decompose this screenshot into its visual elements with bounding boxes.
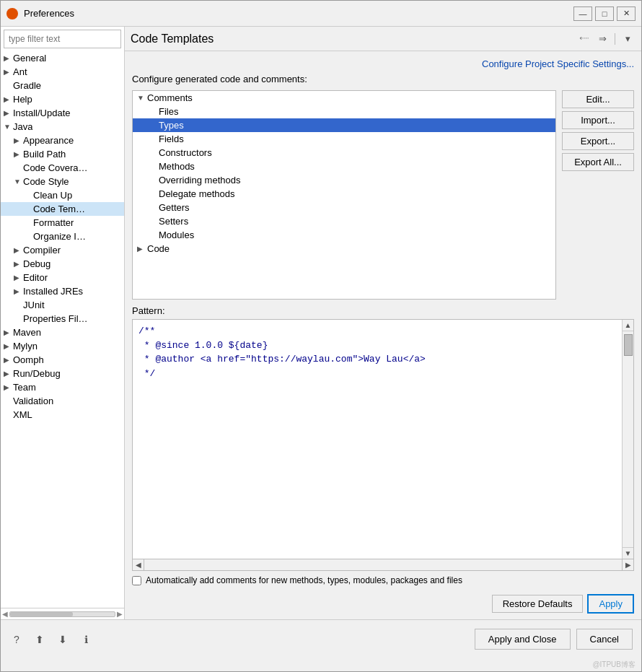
side-buttons: Edit... Import... Export... Export All..… [562,90,634,300]
export-all-button[interactable]: Export All... [562,153,634,171]
footer-actions: Apply and Close Cancel [475,629,633,650]
panel-title: Code Templates [131,32,573,45]
forward-button[interactable]: ⇒ [594,31,610,47]
sidebar-item-xml[interactable]: XML [1,408,124,422]
sidebar-item-code-style[interactable]: ▼Code Style [1,175,124,188]
sidebar-item-help[interactable]: ▶Help [1,92,124,106]
scroll-thumb[interactable] [624,334,633,356]
templates-row: ▼CommentsFilesTypesFieldsConstructorsMet… [132,90,634,300]
sidebar-item-editor[interactable]: ▶Editor [1,271,124,284]
template-item-files[interactable]: Files [133,105,555,118]
sidebar-item-installed-jres[interactable]: ▶Installed JREs [1,284,124,298]
sidebar-item-ant[interactable]: ▶Ant [1,65,124,79]
toolbar-menu-button[interactable]: ▾ [620,31,636,47]
template-item-overriding-methods[interactable]: Overriding methods [133,173,555,187]
sidebar-item-oomph[interactable]: ▶Oomph [1,353,124,367]
sidebar-item-gradle[interactable]: Gradle [1,79,124,92]
template-item-modules[interactable]: Modules [133,228,555,242]
template-item-code[interactable]: ▶Code [133,242,555,256]
templates-tree: ▼CommentsFilesTypesFieldsConstructorsMet… [132,90,556,300]
back-button[interactable]: ⬸ [576,31,592,47]
minimize-button[interactable]: — [573,6,592,21]
sidebar-item-install-update[interactable]: ▶Install/Update [1,106,124,120]
sidebar-item-mylyn[interactable]: ▶Mylyn [1,339,124,353]
panel-toolbar: Code Templates ⬸ ⇒ ▾ [125,27,641,51]
scroll-down-arrow[interactable]: ▼ [623,547,633,559]
window-controls: — □ ✕ [573,6,636,21]
panel-body: Configure Project Specific Settings... C… [125,51,641,619]
bottom-buttons: Restore Defaults Apply [132,590,634,619]
auto-comments-row: Automatically add comments for new metho… [132,571,634,590]
footer: ? ⬆ ⬇ ℹ Apply and Close Cancel [1,619,641,658]
scroll-right-arrow[interactable]: ▶ [622,559,633,570]
sidebar-item-maven[interactable]: ▶Maven [1,326,124,339]
template-item-constructors[interactable]: Constructors [133,146,555,160]
footer-icons: ? ⬆ ⬇ ℹ [9,632,93,647]
help-icon[interactable]: ? [9,632,24,647]
pattern-label: Pattern: [132,305,634,316]
sidebar-item-compiler[interactable]: ▶Compiler [1,243,124,257]
configure-project-link[interactable]: Configure Project Specific Settings... [132,58,634,69]
sidebar-tree: ▶General▶AntGradle▶Help▶Install/Update▼J… [1,51,124,608]
sidebar-scrollbar[interactable]: ◀ ▶ [1,608,124,619]
watermark: @ITPUB博客 [592,658,641,671]
sidebar-item-build-path[interactable]: ▶Build Path [1,147,124,161]
sidebar-item-code-templates[interactable]: Code Tem… [1,202,124,216]
template-item-getters[interactable]: Getters [133,201,555,214]
auto-comments-checkbox[interactable] [132,576,141,585]
sidebar-item-general[interactable]: ▶General [1,51,124,65]
sidebar: ▶General▶AntGradle▶Help▶Install/Update▼J… [1,27,125,619]
template-item-setters[interactable]: Setters [133,214,555,228]
sidebar-item-team[interactable]: ▶Team [1,380,124,394]
export-button[interactable]: Export... [562,132,634,150]
template-item-fields[interactable]: Fields [133,132,555,146]
right-panel: Code Templates ⬸ ⇒ ▾ Configure Project S… [125,27,641,619]
filter-input[interactable] [4,30,121,48]
template-item-delegate-methods[interactable]: Delegate methods [133,187,555,201]
sidebar-item-formatter[interactable]: Formatter [1,216,124,230]
horiz-scroll-track[interactable] [144,559,622,570]
edit-button[interactable]: Edit... [562,90,634,108]
template-item-comments[interactable]: ▼Comments [133,91,555,105]
sidebar-item-validation[interactable]: Validation [1,394,124,408]
close-button[interactable]: ✕ [617,6,636,21]
auto-comments-label[interactable]: Automatically add comments for new metho… [146,575,462,585]
app-icon [6,8,18,19]
title-bar: Preferences — □ ✕ [1,1,641,27]
toolbar-separator [615,33,615,45]
pattern-text: /** * @since 1.0.0 ${date} * @author <a … [133,320,622,559]
maximize-button[interactable]: □ [595,6,614,21]
preferences-window: Preferences — □ ✕ ▶General▶AntGradle▶Hel… [0,0,642,672]
main-content: ▶General▶AntGradle▶Help▶Install/Update▼J… [1,27,641,619]
export-prefs-icon[interactable]: ⬆ [32,632,47,647]
pattern-scrollbar[interactable]: ▲ ▼ [622,320,633,559]
sidebar-item-appearance[interactable]: ▶Appearance [1,134,124,147]
horizontal-scrollbar[interactable]: ◀ ▶ [132,559,634,571]
sidebar-item-properties-file[interactable]: Properties Fil… [1,312,124,326]
sidebar-item-code-coverage[interactable]: Code Covera… [1,161,124,175]
sidebar-item-run-debug[interactable]: ▶Run/Debug [1,367,124,380]
info-icon[interactable]: ℹ [79,632,93,647]
apply-button[interactable]: Apply [587,594,634,614]
sidebar-item-java[interactable]: ▼Java [1,120,124,134]
sidebar-item-junit[interactable]: JUnit [1,298,124,312]
import-prefs-icon[interactable]: ⬇ [56,632,70,647]
template-item-methods[interactable]: Methods [133,160,555,173]
template-item-types[interactable]: Types [133,118,555,132]
sidebar-item-debug[interactable]: ▶Debug [1,257,124,271]
sidebar-item-organize-imports[interactable]: Organize I… [1,230,124,243]
sidebar-item-clean-up[interactable]: Clean Up [1,188,124,202]
pattern-area: /** * @since 1.0.0 ${date} * @author <a … [132,319,634,559]
import-button[interactable]: Import... [562,111,634,129]
scroll-left-arrow[interactable]: ◀ [133,559,144,570]
window-title: Preferences [24,8,568,19]
config-label: Configure generated code and comments: [132,74,634,84]
cancel-button[interactable]: Cancel [576,629,633,650]
restore-defaults-button[interactable]: Restore Defaults [492,595,584,613]
apply-close-button[interactable]: Apply and Close [475,629,571,650]
scroll-up-arrow[interactable]: ▲ [623,320,633,331]
